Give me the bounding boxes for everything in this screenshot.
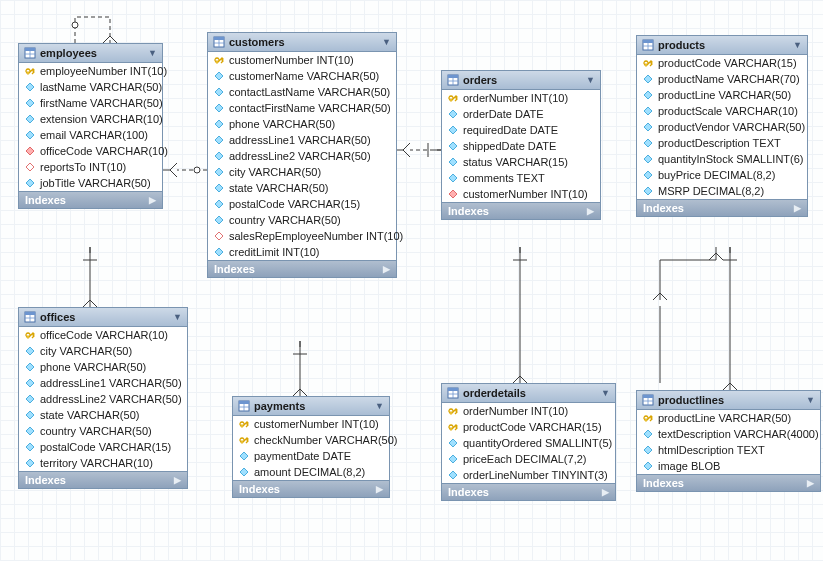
column-row[interactable]: employeeNumber INT(10) <box>19 63 162 79</box>
column-row[interactable]: priceEach DECIMAL(7,2) <box>442 451 615 467</box>
column-row[interactable]: addressLine2 VARCHAR(50) <box>19 391 187 407</box>
column-row[interactable]: customerNumber INT(10) <box>208 52 396 68</box>
column-row[interactable]: country VARCHAR(50) <box>208 212 396 228</box>
column-row[interactable]: officeCode VARCHAR(10) <box>19 143 162 159</box>
expand-icon[interactable]: ▶ <box>383 264 390 274</box>
column-row[interactable]: postalCode VARCHAR(15) <box>19 439 187 455</box>
collapse-icon[interactable]: ▼ <box>173 312 182 322</box>
column-row[interactable]: quantityInStock SMALLINT(6) <box>637 151 807 167</box>
expand-icon[interactable]: ▶ <box>376 484 383 494</box>
column-row[interactable]: productLine VARCHAR(50) <box>637 87 807 103</box>
column-row[interactable]: orderLineNumber TINYINT(3) <box>442 467 615 483</box>
column-row[interactable]: city VARCHAR(50) <box>19 343 187 359</box>
column-row[interactable]: phone VARCHAR(50) <box>19 359 187 375</box>
column-row[interactable]: state VARCHAR(50) <box>208 180 396 196</box>
column-label: htmlDescription TEXT <box>658 444 765 456</box>
collapse-icon[interactable]: ▼ <box>148 48 157 58</box>
expand-icon[interactable]: ▶ <box>587 206 594 216</box>
column-row[interactable]: creditLimit INT(10) <box>208 244 396 260</box>
collapse-icon[interactable]: ▼ <box>586 75 595 85</box>
column-row[interactable]: MSRP DECIMAL(8,2) <box>637 183 807 199</box>
column-row[interactable]: textDescription VARCHAR(4000) <box>637 426 820 442</box>
column-row[interactable]: productDescription TEXT <box>637 135 807 151</box>
entity-productlines[interactable]: productlines ▼ productLine VARCHAR(50)te… <box>636 390 821 492</box>
column-row[interactable]: htmlDescription TEXT <box>637 442 820 458</box>
column-row[interactable]: email VARCHAR(100) <box>19 127 162 143</box>
entity-orderdetails[interactable]: orderdetails ▼ orderNumber INT(10)produc… <box>441 383 616 501</box>
column-row[interactable]: comments TEXT <box>442 170 600 186</box>
entity-products[interactable]: products ▼ productCode VARCHAR(15)produc… <box>636 35 808 217</box>
indexes-bar[interactable]: Indexes▶ <box>233 480 389 497</box>
column-row[interactable]: phone VARCHAR(50) <box>208 116 396 132</box>
entity-header[interactable]: customers ▼ <box>208 33 396 52</box>
column-row[interactable]: orderNumber INT(10) <box>442 90 600 106</box>
indexes-bar[interactable]: Indexes▶ <box>637 199 807 216</box>
entity-orders[interactable]: orders ▼ orderNumber INT(10)orderDate DA… <box>441 70 601 220</box>
column-row[interactable]: orderDate DATE <box>442 106 600 122</box>
indexes-bar[interactable]: Indexes▶ <box>208 260 396 277</box>
column-row[interactable]: jobTitle VARCHAR(50) <box>19 175 162 191</box>
collapse-icon[interactable]: ▼ <box>382 37 391 47</box>
entity-header[interactable]: products ▼ <box>637 36 807 55</box>
column-row[interactable]: paymentDate DATE <box>233 448 389 464</box>
column-row[interactable]: officeCode VARCHAR(10) <box>19 327 187 343</box>
column-row[interactable]: orderNumber INT(10) <box>442 403 615 419</box>
column-row[interactable]: status VARCHAR(15) <box>442 154 600 170</box>
column-row[interactable]: shippedDate DATE <box>442 138 600 154</box>
column-row[interactable]: customerNumber INT(10) <box>233 416 389 432</box>
column-row[interactable]: territory VARCHAR(10) <box>19 455 187 471</box>
indexes-bar[interactable]: Indexes▶ <box>637 474 820 491</box>
entity-header[interactable]: payments ▼ <box>233 397 389 416</box>
column-row[interactable]: lastName VARCHAR(50) <box>19 79 162 95</box>
expand-icon[interactable]: ▶ <box>794 203 801 213</box>
column-row[interactable]: addressLine2 VARCHAR(50) <box>208 148 396 164</box>
column-row[interactable]: addressLine1 VARCHAR(50) <box>19 375 187 391</box>
collapse-icon[interactable]: ▼ <box>806 395 815 405</box>
indexes-bar[interactable]: Indexes▶ <box>19 471 187 488</box>
collapse-icon[interactable]: ▼ <box>793 40 802 50</box>
column-row[interactable]: productVendor VARCHAR(50) <box>637 119 807 135</box>
column-row[interactable]: productLine VARCHAR(50) <box>637 410 820 426</box>
collapse-icon[interactable]: ▼ <box>601 388 610 398</box>
column-row[interactable]: productName VARCHAR(70) <box>637 71 807 87</box>
entity-employees[interactable]: employees ▼ employeeNumber INT(10)lastNa… <box>18 43 163 209</box>
entity-header[interactable]: offices ▼ <box>19 308 187 327</box>
column-row[interactable]: city VARCHAR(50) <box>208 164 396 180</box>
column-row[interactable]: image BLOB <box>637 458 820 474</box>
entity-header[interactable]: orderdetails ▼ <box>442 384 615 403</box>
entity-header[interactable]: employees ▼ <box>19 44 162 63</box>
entity-offices[interactable]: offices ▼ officeCode VARCHAR(10)city VAR… <box>18 307 188 489</box>
expand-icon[interactable]: ▶ <box>807 478 814 488</box>
column-row[interactable]: addressLine1 VARCHAR(50) <box>208 132 396 148</box>
column-row[interactable]: productScale VARCHAR(10) <box>637 103 807 119</box>
column-row[interactable]: postalCode VARCHAR(15) <box>208 196 396 212</box>
column-row[interactable]: checkNumber VARCHAR(50) <box>233 432 389 448</box>
indexes-bar[interactable]: Indexes▶ <box>19 191 162 208</box>
column-row[interactable]: firstName VARCHAR(50) <box>19 95 162 111</box>
column-row[interactable]: contactFirstName VARCHAR(50) <box>208 100 396 116</box>
column-row[interactable]: reportsTo INT(10) <box>19 159 162 175</box>
column-row[interactable]: contactLastName VARCHAR(50) <box>208 84 396 100</box>
expand-icon[interactable]: ▶ <box>149 195 156 205</box>
entity-header[interactable]: productlines ▼ <box>637 391 820 410</box>
indexes-bar[interactable]: Indexes▶ <box>442 483 615 500</box>
entity-customers[interactable]: customers ▼ customerNumber INT(10)custom… <box>207 32 397 278</box>
column-row[interactable]: productCode VARCHAR(15) <box>637 55 807 71</box>
entity-payments[interactable]: payments ▼ customerNumber INT(10)checkNu… <box>232 396 390 498</box>
column-row[interactable]: amount DECIMAL(8,2) <box>233 464 389 480</box>
column-row[interactable]: productCode VARCHAR(15) <box>442 419 615 435</box>
column-row[interactable]: buyPrice DECIMAL(8,2) <box>637 167 807 183</box>
column-row[interactable]: customerNumber INT(10) <box>442 186 600 202</box>
column-row[interactable]: customerName VARCHAR(50) <box>208 68 396 84</box>
column-row[interactable]: state VARCHAR(50) <box>19 407 187 423</box>
column-row[interactable]: extension VARCHAR(10) <box>19 111 162 127</box>
column-row[interactable]: quantityOrdered SMALLINT(5) <box>442 435 615 451</box>
expand-icon[interactable]: ▶ <box>602 487 609 497</box>
expand-icon[interactable]: ▶ <box>174 475 181 485</box>
collapse-icon[interactable]: ▼ <box>375 401 384 411</box>
entity-header[interactable]: orders ▼ <box>442 71 600 90</box>
column-row[interactable]: requiredDate DATE <box>442 122 600 138</box>
indexes-bar[interactable]: Indexes▶ <box>442 202 600 219</box>
column-row[interactable]: country VARCHAR(50) <box>19 423 187 439</box>
column-row[interactable]: salesRepEmployeeNumber INT(10) <box>208 228 396 244</box>
